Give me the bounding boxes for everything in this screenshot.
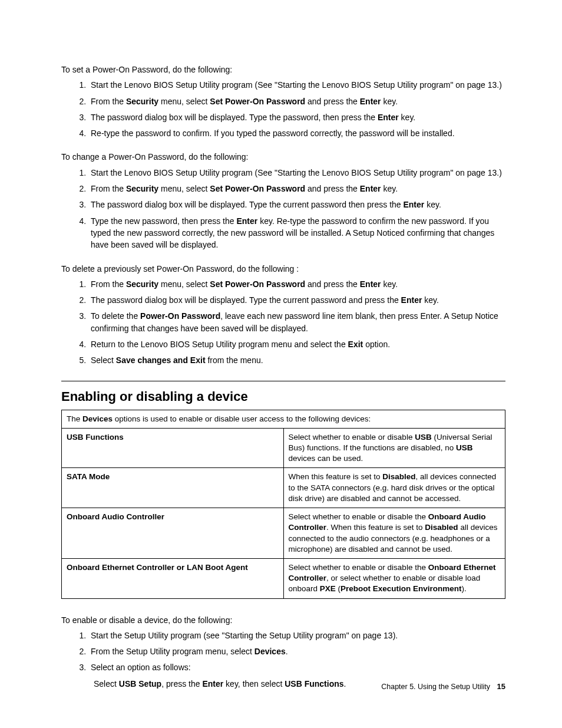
footer-chapter: Chapter 5. Using the Setup Utility [381, 683, 490, 691]
table-intro: The Devices options is used to enable or… [62, 410, 505, 428]
table-row: Onboard Ethernet Controller or LAN Boot … [62, 558, 505, 598]
enable-intro: To enable or disable a device, do the fo… [61, 614, 505, 626]
document-page: To set a Power-On Password, do the follo… [0, 0, 562, 728]
list-item: Return to the Lenovo BIOS Setup Utility … [88, 338, 505, 350]
set-intro: To set a Power-On Password, do the follo… [61, 64, 505, 75]
delete-intro: To delete a previously set Power-On Pass… [61, 263, 505, 275]
row-desc: When this feature is set to Disabled, al… [283, 468, 505, 508]
set-steps: Start the Lenovo BIOS Setup Utility prog… [61, 79, 505, 139]
delete-steps: From the Security menu, select Set Power… [61, 278, 505, 367]
row-desc: Select whether to enable or disable USB … [283, 428, 505, 468]
devices-table: The Devices options is used to enable or… [61, 410, 505, 599]
row-label: USB Functions [62, 428, 284, 468]
change-steps: Start the Lenovo BIOS Setup Utility prog… [61, 167, 505, 251]
list-item: From the Security menu, select Set Power… [88, 183, 505, 195]
change-intro: To change a Power-On Password, do the fo… [61, 151, 505, 163]
list-item: Type the new password, then press the En… [88, 215, 505, 251]
page-footer: Chapter 5. Using the Setup Utility 15 [381, 681, 505, 693]
list-item: Start the Lenovo BIOS Setup Utility prog… [88, 167, 505, 179]
list-item: From the Setup Utility program menu, sel… [88, 645, 505, 657]
footer-page-number: 15 [497, 682, 505, 691]
table-row: Onboard Audio Controller Select whether … [62, 508, 505, 559]
list-item: From the Security menu, select Set Power… [88, 278, 505, 290]
list-item: Select Save changes and Exit from the me… [88, 354, 505, 366]
list-item: The password dialog box will be displaye… [88, 111, 505, 123]
section-heading: Enabling or disabling a device [61, 381, 505, 406]
list-item: Re-type the password to confirm. If you … [88, 127, 505, 139]
table-row: USB Functions Select whether to enable o… [62, 428, 505, 468]
row-label: Onboard Ethernet Controller or LAN Boot … [62, 558, 284, 598]
list-item: Start the Lenovo BIOS Setup Utility prog… [88, 79, 505, 91]
list-item: To delete the Power-On Password, leave e… [88, 310, 505, 334]
row-label: SATA Mode [62, 468, 284, 508]
table-row: SATA Mode When this feature is set to Di… [62, 468, 505, 508]
enable-steps: Start the Setup Utility program (see "St… [61, 630, 505, 674]
row-desc: Select whether to enable or disable the … [283, 558, 505, 598]
list-item: Select an option as follows: [88, 661, 505, 673]
row-desc: Select whether to enable or disable the … [283, 508, 505, 559]
list-item: From the Security menu, select Set Power… [88, 95, 505, 107]
list-item: The password dialog box will be displaye… [88, 199, 505, 210]
row-label: Onboard Audio Controller [62, 508, 284, 559]
table-row: The Devices options is used to enable or… [62, 410, 505, 428]
list-item: Start the Setup Utility program (see "St… [88, 630, 505, 641]
list-item: The password dialog box will be displaye… [88, 294, 505, 306]
